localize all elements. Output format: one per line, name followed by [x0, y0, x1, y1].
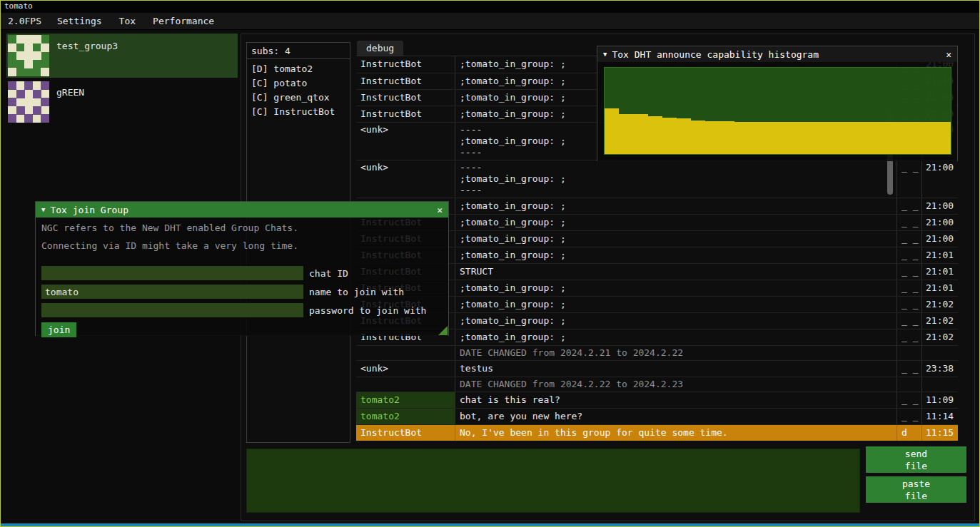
- histogram-plot: [604, 67, 951, 155]
- send-file-button[interactable]: send file: [866, 446, 966, 473]
- close-icon[interactable]: ✕: [946, 49, 951, 60]
- histogram-bar: [705, 121, 719, 154]
- message-text: ;tomato_in_group: ;: [455, 280, 897, 296]
- chat-id-field: chat ID: [41, 266, 426, 280]
- join-name-field: name to join with: [41, 285, 426, 299]
- message-time: 21:01: [922, 280, 958, 296]
- histogram-bar: [648, 116, 662, 154]
- message-time: 21:00: [922, 215, 958, 230]
- paste-file-button[interactable]: paste file: [866, 476, 966, 503]
- menu-items: SettingsToxPerformance: [49, 16, 223, 26]
- menu-item-performance[interactable]: Performance: [144, 16, 223, 26]
- member-item[interactable]: [C] InstructBot: [247, 105, 350, 119]
- fps-counter: 2.0FPS: [1, 16, 49, 26]
- contact-row-test_group3[interactable]: test_group3: [6, 34, 238, 78]
- message-flags: [897, 346, 922, 360]
- message-sender: tomato2: [356, 392, 455, 408]
- message-sender: InstructBot: [356, 56, 455, 73]
- member-item[interactable]: [D] tomato2: [247, 62, 350, 76]
- window-titlebar[interactable]: tomato: [1, 1, 979, 13]
- message-flags: [897, 377, 922, 392]
- chat-row[interactable]: DATE CHANGED from 2024.2.22 to 2024.2.23: [356, 377, 958, 392]
- histogram-bar: [763, 122, 777, 154]
- join-name-input[interactable]: [41, 285, 303, 299]
- join-info-text: NGC refers to the New DHT enabled Group …: [36, 218, 448, 235]
- chat-id-label: chat ID: [309, 268, 348, 279]
- collapse-icon[interactable]: ▼: [41, 206, 45, 213]
- chat-row[interactable]: <unk>---- ;tomato_in_group: ; ----_ _21:…: [356, 160, 958, 198]
- join-password-field: password to join with: [41, 303, 426, 317]
- histogram-bar: [691, 121, 705, 154]
- menu-item-settings[interactable]: Settings: [49, 16, 111, 26]
- message-sender: tomato2: [356, 409, 455, 424]
- contact-name: gREEN: [56, 87, 84, 98]
- histogram-bar: [936, 122, 951, 154]
- join-info-text: Connecting via ID might take a very long…: [36, 235, 448, 253]
- tab-debug[interactable]: debug: [357, 41, 403, 56]
- message-sender: InstructBot: [356, 425, 455, 441]
- message-flags: d: [897, 425, 922, 441]
- collapse-icon[interactable]: ▼: [603, 51, 607, 58]
- member-list: [D] tomato2[C] potato[C] green_qtox[C] I…: [247, 62, 350, 119]
- member-item[interactable]: [C] green_qtox: [247, 91, 350, 105]
- message-flags: _ _: [897, 392, 922, 408]
- menu-bar: 2.0FPS SettingsToxPerformance: [1, 13, 979, 30]
- histogram-bar: [893, 122, 907, 154]
- message-sender: [356, 346, 455, 360]
- message-time: 23:38: [922, 361, 958, 377]
- message-flags: _ _: [897, 361, 922, 377]
- histogram-titlebar[interactable]: ▼ Tox DHT announce capability histogram …: [597, 46, 957, 62]
- menu-item-tox[interactable]: Tox: [111, 16, 144, 26]
- message-time: 11:14: [922, 409, 958, 424]
- join-name-label: name to join with: [309, 287, 404, 297]
- message-flags: _ _: [897, 409, 922, 424]
- message-text: bot, are you new here?: [455, 409, 897, 424]
- join-group-title: Tox join Group: [50, 205, 128, 215]
- join-button[interactable]: join: [41, 322, 76, 337]
- message-flags: _ _: [897, 198, 922, 214]
- join-group-titlebar[interactable]: ▼ Tox join Group ✕: [36, 202, 448, 218]
- close-icon[interactable]: ✕: [437, 205, 443, 215]
- histogram-title: Tox DHT announce capability histogram: [612, 49, 819, 60]
- message-flags: _ _: [897, 329, 922, 345]
- join-password-label: password to join with: [309, 305, 426, 316]
- histogram-bar: [792, 122, 807, 154]
- histogram-body: [597, 62, 957, 161]
- message-flags: _ _: [897, 264, 922, 280]
- join-password-input[interactable]: [41, 303, 303, 317]
- chat-row[interactable]: DATE CHANGED from 2024.2.21 to 2024.2.22: [356, 345, 958, 360]
- chat-row[interactable]: tomato2bot, are you new here?_ _11:14: [356, 408, 958, 424]
- member-item[interactable]: [C] potato: [247, 76, 350, 91]
- message-text: ---- ;tomato_in_group: ; ----: [455, 160, 897, 198]
- chat-row[interactable]: InstructBotNo, I've been in this group f…: [356, 424, 958, 441]
- chat-row[interactable]: tomato2chat is this real?_ _11:09: [356, 392, 958, 408]
- message-time: 11:15: [922, 425, 958, 441]
- histogram-window: ▼ Tox DHT announce capability histogram …: [597, 46, 958, 161]
- contact-row-gREEN[interactable]: gREEN: [6, 80, 238, 124]
- join-group-body: NGC refers to the New DHT enabled Group …: [36, 218, 448, 336]
- histogram-bar: [777, 122, 792, 154]
- histogram-bar: [749, 122, 763, 154]
- message-flags: _ _: [897, 247, 922, 263]
- avatar-gREEN: [8, 81, 49, 123]
- message-text: ;tomato_in_group: ;: [455, 247, 897, 263]
- join-fields: chat IDname to join withpassword to join…: [41, 266, 426, 322]
- message-time: 21:01: [922, 264, 958, 280]
- message-sender: InstructBot: [356, 106, 455, 122]
- message-flags: _ _: [897, 215, 922, 230]
- window-title: tomato: [4, 1, 33, 11]
- message-text: DATE CHANGED from 2024.2.21 to 2024.2.22: [455, 346, 897, 360]
- message-text: testus: [455, 361, 897, 377]
- histogram-bar: [605, 108, 619, 154]
- message-text: STRUCT: [455, 264, 897, 280]
- histogram-bar: [677, 118, 691, 154]
- resize-grip[interactable]: [438, 326, 448, 335]
- message-input[interactable]: [246, 449, 860, 513]
- message-sender: InstructBot: [356, 73, 455, 89]
- message-text: chat is this real?: [455, 392, 897, 408]
- chat-row[interactable]: <unk>testus_ _23:38: [356, 360, 958, 377]
- message-sender: InstructBot: [356, 90, 455, 106]
- message-time: 21:00: [922, 160, 958, 198]
- message-text: No, I've been in this group for quite so…: [455, 425, 897, 441]
- chat-id-input[interactable]: [41, 266, 303, 280]
